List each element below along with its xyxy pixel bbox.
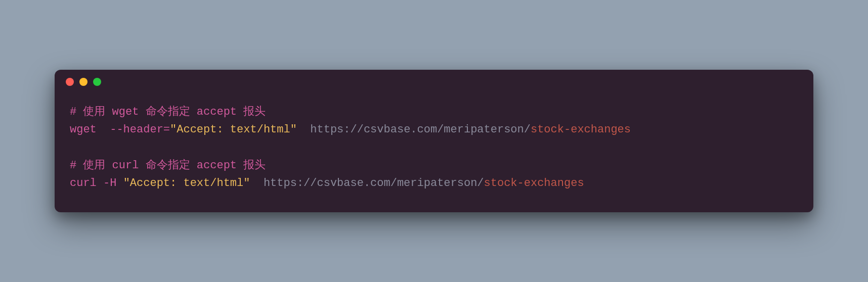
flag-token: --header= [110,123,170,136]
command-token: curl [70,177,97,190]
whitespace [97,177,103,190]
comment-text: # 使用 curl 命令指定 accept 报头 [70,159,266,172]
whitespace [97,123,110,136]
string-token: "Accept: text/html" [170,123,297,136]
maximize-icon[interactable] [93,78,101,86]
url-base: https://csvbase.com/meripaterson/ [264,177,484,190]
blank-line [70,138,798,156]
code-block: # 使用 wget 命令指定 accept 报头wget --header="A… [55,94,813,212]
whitespace [116,177,123,190]
close-icon[interactable] [66,78,74,86]
terminal-window: # 使用 wget 命令指定 accept 报头wget --header="A… [55,70,813,212]
command-token: wget [70,123,97,136]
flag-token: -H [103,177,116,190]
whitespace [297,123,310,136]
comment-text: # 使用 wget 命令指定 accept 报头 [70,106,266,118]
url-path: stock-exchanges [531,123,631,136]
code-line: wget --header="Accept: text/html" https:… [70,121,798,138]
url-base: https://csvbase.com/meripaterson/ [310,123,531,136]
window-titlebar [55,70,813,94]
code-line: curl -H "Accept: text/html" https://csvb… [70,174,798,192]
string-token: "Accept: text/html" [123,177,250,190]
url-path: stock-exchanges [484,177,584,190]
whitespace [250,177,263,190]
code-line: # 使用 wget 命令指定 accept 报头 [70,103,798,121]
code-line: # 使用 curl 命令指定 accept 报头 [70,157,798,174]
minimize-icon[interactable] [79,78,88,86]
